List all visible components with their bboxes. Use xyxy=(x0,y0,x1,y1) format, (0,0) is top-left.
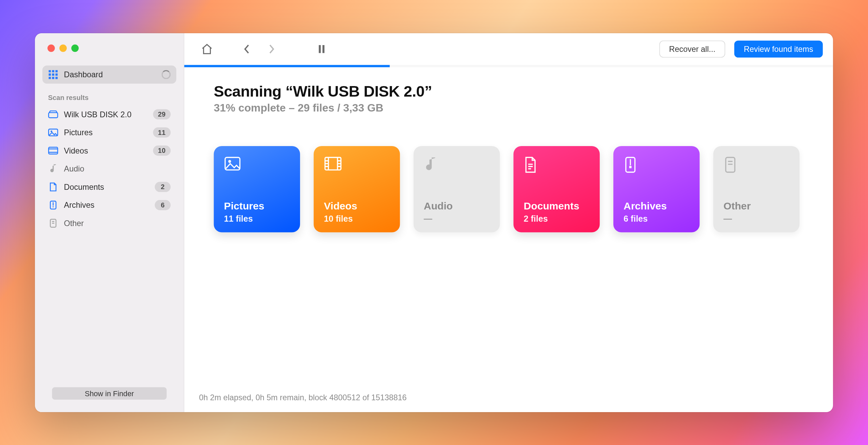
sidebar-item-disk[interactable]: Wilk USB DISK 2.0 29 xyxy=(42,105,176,123)
count-badge: 29 xyxy=(153,109,171,119)
picture-icon xyxy=(48,127,58,137)
count-badge: 11 xyxy=(153,127,171,137)
drive-icon xyxy=(48,109,58,119)
other-icon xyxy=(48,218,58,228)
status-bar: 0h 2m elapsed, 0h 5m remain, block 48005… xyxy=(184,385,833,412)
sidebar-item-label: Audio xyxy=(64,164,171,173)
svg-rect-3 xyxy=(48,73,51,76)
main-panel: Recover all... Review found items Scanni… xyxy=(184,33,833,412)
minimize-button[interactable] xyxy=(59,44,67,52)
recover-all-button[interactable]: Recover all... xyxy=(659,40,725,57)
scan-subtitle: 31% complete – 29 files / 3,33 GB xyxy=(214,102,803,114)
card-pictures[interactable]: Pictures 11 files xyxy=(214,146,300,232)
sidebar-item-videos[interactable]: Videos 10 xyxy=(42,141,176,160)
svg-point-11 xyxy=(51,130,52,132)
sidebar-item-label: Wilk USB DISK 2.0 xyxy=(64,109,147,119)
sidebar-item-label: Other xyxy=(64,219,171,228)
audio-icon xyxy=(48,163,58,174)
archive-icon xyxy=(48,200,58,210)
svg-rect-4 xyxy=(52,73,54,76)
count-badge: 6 xyxy=(155,200,171,210)
count-badge: 2 xyxy=(155,182,171,192)
svg-point-24 xyxy=(228,160,231,163)
forward-button[interactable] xyxy=(264,41,280,57)
sidebar-item-documents[interactable]: Documents 2 xyxy=(42,178,176,196)
sidebar-item-pictures[interactable]: Pictures 11 xyxy=(42,123,176,142)
sidebar-item-other[interactable]: Other xyxy=(42,214,176,232)
sidebar: Dashboard Scan results Wilk USB DISK 2.0… xyxy=(35,33,184,412)
pause-button[interactable] xyxy=(314,41,330,57)
card-documents[interactable]: Documents 2 files xyxy=(513,146,599,232)
close-button[interactable] xyxy=(47,44,55,52)
picture-icon xyxy=(224,156,241,173)
back-button[interactable] xyxy=(239,41,255,57)
other-icon xyxy=(724,156,741,173)
sidebar-section-heading: Scan results xyxy=(42,83,176,105)
sidebar-item-label: Documents xyxy=(64,182,149,191)
card-count: — xyxy=(424,214,490,223)
sidebar-item-archives[interactable]: Archives 6 xyxy=(42,196,176,214)
svg-rect-39 xyxy=(629,166,632,168)
svg-rect-8 xyxy=(55,77,58,79)
review-found-items-button[interactable]: Review found items xyxy=(734,40,823,57)
card-name: Other xyxy=(724,200,789,212)
sidebar-item-label: Archives xyxy=(64,200,149,209)
svg-rect-23 xyxy=(225,157,240,170)
svg-rect-22 xyxy=(322,45,324,53)
svg-rect-6 xyxy=(48,77,51,79)
card-archives[interactable]: Archives 6 files xyxy=(613,146,699,232)
svg-rect-5 xyxy=(55,73,58,76)
card-name: Audio xyxy=(424,200,490,212)
svg-rect-0 xyxy=(48,70,51,72)
sidebar-item-label: Dashboard xyxy=(64,70,156,79)
card-videos[interactable]: Videos 10 files xyxy=(314,146,400,232)
svg-rect-12 xyxy=(48,147,58,154)
sidebar-item-label: Pictures xyxy=(64,128,147,137)
audio-icon xyxy=(424,156,441,173)
app-window: Dashboard Scan results Wilk USB DISK 2.0… xyxy=(35,33,833,412)
sidebar-item-audio[interactable]: Audio xyxy=(42,160,176,178)
grid-icon xyxy=(48,69,58,80)
scan-title: Scanning “Wilk USB DISK 2.0” xyxy=(214,83,803,101)
card-count: — xyxy=(724,214,789,223)
maximize-button[interactable] xyxy=(71,44,79,52)
document-icon xyxy=(48,182,58,192)
svg-rect-2 xyxy=(55,70,58,72)
scan-progress-bar xyxy=(184,65,833,67)
spinner-icon xyxy=(161,70,171,79)
category-cards: Pictures 11 files Videos 10 files xyxy=(214,146,803,232)
show-in-finder-button[interactable]: Show in Finder xyxy=(52,387,166,400)
video-icon xyxy=(48,145,58,156)
home-button[interactable] xyxy=(199,41,215,57)
count-badge: 10 xyxy=(153,145,171,156)
window-controls xyxy=(35,33,184,62)
svg-rect-9 xyxy=(48,113,58,118)
video-icon xyxy=(324,156,341,173)
card-name: Pictures xyxy=(224,200,290,212)
svg-rect-7 xyxy=(52,77,54,79)
sidebar-item-dashboard[interactable]: Dashboard xyxy=(42,65,176,84)
card-audio[interactable]: Audio — xyxy=(414,146,500,232)
document-icon xyxy=(524,156,540,173)
card-count: 10 files xyxy=(324,214,390,223)
svg-rect-1 xyxy=(52,70,54,72)
sidebar-item-label: Videos xyxy=(64,146,147,155)
archive-icon xyxy=(624,156,640,173)
card-count: 2 files xyxy=(524,214,589,223)
card-name: Archives xyxy=(624,200,689,212)
card-name: Documents xyxy=(524,200,589,212)
toolbar: Recover all... Review found items xyxy=(184,33,833,65)
card-count: 6 files xyxy=(624,214,689,223)
card-name: Videos xyxy=(324,200,390,212)
scan-progress-fill xyxy=(184,65,390,67)
card-count: 11 files xyxy=(224,214,290,223)
svg-point-17 xyxy=(53,206,54,207)
card-other[interactable]: Other — xyxy=(713,146,800,232)
svg-rect-21 xyxy=(319,45,321,53)
